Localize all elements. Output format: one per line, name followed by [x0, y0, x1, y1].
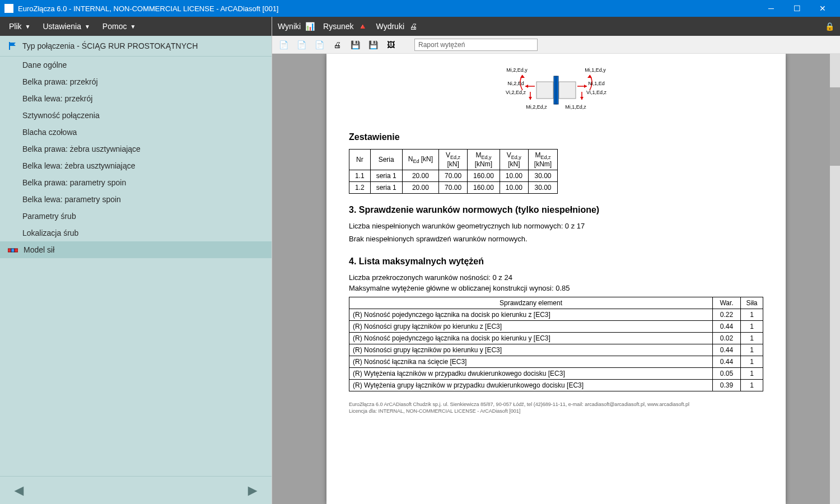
tree-item[interactable]: Dane ogólne [0, 57, 272, 73]
force-diagram: Mi,2,Ed,y Ni,2,Ed Vi,2,Ed,z Mi,2,Ed,z Mi… [349, 65, 763, 115]
svg-rect-4 [536, 82, 553, 99]
document-viewport[interactable]: Mi,2,Ed,y Ni,2,Ed Vi,2,Ed,z Mi,2,Ed,z Mi… [272, 54, 840, 504]
tree-header-label: Typ połączenia - ŚCIĄG RUR PROSTOKĄTNYCH [22, 41, 198, 50]
tree-item[interactable]: Belka lewa: żebra usztywniające [0, 157, 272, 174]
table-row: (R) Wytężenia grupy łączników w przypadk… [349, 380, 763, 391]
menu-wyniki[interactable]: Wyniki📊 [278, 22, 314, 31]
section4-line2: Maksymalne wytężenie główne w obliczanej… [349, 284, 763, 292]
flag-icon [8, 41, 17, 50]
svg-rect-2 [11, 249, 15, 252]
menu-pomoc[interactable]: Pomoc▼ [99, 22, 139, 31]
svg-marker-20 [584, 85, 587, 88]
section3-line2: Brak niespełnionych sprawdzeń warunków n… [349, 235, 763, 243]
table-row: (R) Nośność pojedynczego łącznika na doc… [349, 309, 763, 321]
svg-rect-5 [559, 82, 576, 99]
sidebar: Plik▼ Ustawienia▼ Pomoc▼ Typ połączenia … [0, 17, 272, 504]
section3-title: 3. Sprawdzenie warunków normowych (tylko… [349, 205, 763, 215]
nav-prev-button[interactable]: ◄ [11, 482, 27, 500]
titlebar: EuroZłącza 6.0 - INTERNAL, NON-COMMERCIA… [0, 0, 840, 17]
section3-line1: Liczba niespełnionych warunków geometryc… [349, 222, 763, 230]
wydruki-icon: 🖨 [409, 22, 418, 31]
svg-text:Vi,1,Ed,z: Vi,1,Ed,z [586, 90, 606, 95]
toolbar: 📄 📄 📄 🖨 💾 💾 🖼 [272, 36, 840, 54]
svg-marker-17 [587, 75, 592, 78]
zestawienie-table: NrSeria NEd [kN] VEd,z[kN] MEd,y[kNm] VE… [349, 149, 558, 194]
svg-rect-7 [556, 76, 558, 104]
window-title: EuroZłącza 6.0 - INTERNAL, NON-COMMERCIA… [18, 4, 758, 13]
menu-wydruki[interactable]: Wydruki🖨 [376, 22, 418, 31]
new-doc-icon[interactable]: 📄 [278, 39, 289, 50]
document-page: Mi,2,Ed,y Ni,2,Ed Vi,2,Ed,z Mi,2,Ed,z Mi… [326, 54, 786, 504]
sidebar-menu: Plik▼ Ustawienia▼ Pomoc▼ [0, 17, 272, 36]
table-row: (R) Wytężenia łączników w przypadku dwuk… [349, 368, 763, 380]
tree-item[interactable]: Belka prawa: przekrój [0, 73, 272, 90]
table-row: (R) Nośności grupy łączników po kierunku… [349, 344, 763, 356]
scrollbar[interactable] [830, 54, 840, 504]
image-icon[interactable]: 🖼 [385, 39, 396, 50]
maximize-button[interactable]: ☐ [784, 0, 810, 17]
tree-item[interactable]: Lokalizacja śrub [0, 225, 272, 241]
search-input[interactable] [414, 39, 538, 51]
table-row: 1.1seria 120.0070.00160.0010.0030.00 [349, 170, 558, 182]
svg-marker-24 [580, 97, 584, 100]
svg-text:Ni,2,Ed: Ni,2,Ed [507, 81, 524, 86]
save-doc-icon[interactable]: 📄 [314, 39, 325, 50]
tree-item[interactable]: Belka prawa: parametry spoin [0, 174, 272, 191]
sidebar-tree: Typ połączenia - ŚCIĄG RUR PROSTOKĄTNYCH… [0, 36, 272, 476]
svg-rect-1 [8, 249, 11, 252]
menu-ustawienia[interactable]: Ustawienia▼ [39, 22, 93, 31]
main-pane: Wyniki📊 Rysunek🔺 Wydruki🖨 🔒 📄 📄 📄 🖨 💾 💾 … [272, 17, 840, 504]
svg-text:Vi,2,Ed,z: Vi,2,Ed,z [506, 90, 526, 95]
svg-rect-0 [9, 42, 10, 50]
svg-marker-8 [520, 75, 525, 78]
rysunek-icon: 🔺 [358, 22, 367, 31]
section4-line1: Liczba przekroczonych warunków nośności:… [349, 273, 763, 282]
table-row: (R) Nośność łącznika na ścięcie [EC3]0.4… [349, 356, 763, 368]
menu-plik[interactable]: Plik▼ [6, 22, 34, 31]
save-rtf-icon[interactable]: 💾 [349, 39, 361, 50]
lock-icon[interactable]: 🔒 [825, 22, 834, 31]
menu-rysunek[interactable]: Rysunek🔺 [323, 22, 367, 31]
model-icon [8, 246, 18, 253]
tree-item[interactable]: Blacha czołowa [0, 124, 272, 141]
nav-next-button[interactable]: ► [245, 482, 260, 500]
wytezen-table: Sprawdzany elementWar.Siła (R) Nośność p… [349, 297, 763, 391]
tree-item-selected[interactable]: Model sił [0, 241, 272, 258]
svg-rect-3 [15, 249, 18, 252]
table-row: 1.2seria 120.0070.00160.0010.0030.00 [349, 182, 558, 194]
minimize-button[interactable]: ─ [758, 0, 784, 17]
svg-marker-11 [525, 85, 528, 88]
sidebar-nav: ◄ ► [0, 476, 272, 504]
svg-marker-15 [529, 97, 532, 100]
page-footer: EuroZłącza 6.0 ArCADiasoft Chudzik sp.j.… [349, 402, 763, 414]
close-button[interactable]: ✕ [810, 0, 836, 17]
save-pdf-icon[interactable]: 💾 [367, 39, 379, 50]
app-icon [4, 4, 13, 13]
svg-text:Mi,2,Ed,z: Mi,2,Ed,z [526, 104, 547, 110]
tree-item[interactable]: Belka lewa: przekrój [0, 90, 272, 107]
tree-item[interactable]: Sztywność połączenia [0, 107, 272, 124]
open-doc-icon[interactable]: 📄 [296, 39, 307, 50]
print-icon[interactable]: 🖨 [332, 39, 343, 50]
main-menu: Wyniki📊 Rysunek🔺 Wydruki🖨 🔒 [272, 17, 840, 36]
tree-item[interactable]: Parametry śrub [0, 208, 272, 225]
wyniki-icon: 📊 [305, 22, 314, 31]
svg-rect-6 [554, 76, 556, 104]
tree-item-label: Model sił [24, 245, 54, 254]
tree-item[interactable]: Belka prawa: żebra usztywniające [0, 141, 272, 157]
svg-text:Mi,1,Ed,y: Mi,1,Ed,y [585, 67, 606, 73]
svg-text:Mi,1,Ed,z: Mi,1,Ed,z [565, 104, 586, 110]
svg-text:Ni,1,Ed: Ni,1,Ed [588, 81, 605, 86]
section4-title: 4. Lista maksymalnych wytężeń [349, 256, 763, 267]
zestawienie-title: Zestawienie [349, 132, 763, 142]
tree-item[interactable]: Belka lewa: parametry spoin [0, 191, 272, 208]
svg-text:Mi,2,Ed,y: Mi,2,Ed,y [506, 67, 528, 73]
table-row: (R) Nośność pojedynczego łącznika na doc… [349, 333, 763, 344]
tree-header[interactable]: Typ połączenia - ŚCIĄG RUR PROSTOKĄTNYCH [0, 36, 272, 57]
table-row: (R) Nośności grupy łączników po kierunku… [349, 321, 763, 333]
